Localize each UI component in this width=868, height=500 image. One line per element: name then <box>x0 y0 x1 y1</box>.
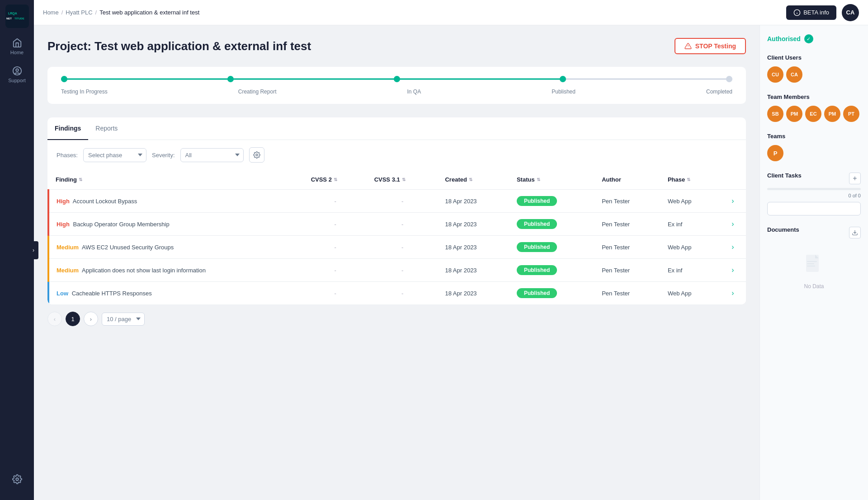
main-wrapper: Home / Hyatt PLC / Test web application … <box>34 0 868 500</box>
tab-reports[interactable]: Reports <box>88 117 125 140</box>
sidebar-toggle-btn[interactable]: › <box>28 241 38 259</box>
sidebar-item-home[interactable]: Home <box>0 33 34 61</box>
severity-tag-1: High <box>57 221 70 228</box>
team-member-avatar-1[interactable]: PM <box>786 106 802 122</box>
cell-arrow-0[interactable]: › <box>720 190 746 213</box>
th-finding[interactable]: Finding ⇅ <box>48 170 304 190</box>
th-cvss31[interactable]: CVSS 3.1 ⇅ <box>367 170 438 190</box>
table-row[interactable]: High Backup Operator Group Membership - … <box>48 213 746 236</box>
status-badge-0: Published <box>517 196 557 206</box>
finding-title-3: Application does not show last login inf… <box>82 267 206 274</box>
client-users-avatars: CU CA <box>767 66 861 83</box>
row-arrow-4[interactable]: › <box>731 289 734 297</box>
row-arrow-0[interactable]: › <box>731 197 734 205</box>
svg-point-5 <box>16 69 19 71</box>
th-phase[interactable]: Phase ⇅ <box>660 170 720 190</box>
app-logo[interactable]: LRQA NET TITUDE <box>5 5 29 28</box>
cell-cvss2-0: - <box>304 190 367 213</box>
tasks-input[interactable] <box>767 202 861 215</box>
th-author: Author <box>594 170 660 190</box>
findings-card: Findings Reports Phases: Select phase Se… <box>47 117 746 304</box>
download-documents-btn[interactable] <box>849 227 861 238</box>
beta-info-btn[interactable]: BETA info <box>786 5 836 20</box>
breadcrumb: Home / Hyatt PLC / Test web application … <box>43 9 199 16</box>
client-tasks-header: Client Tasks + <box>767 172 861 184</box>
cell-finding-0: High Account Lockout Bypass <box>48 190 304 213</box>
user-avatar-btn[interactable]: CA <box>842 4 859 21</box>
breadcrumb-client[interactable]: Hyatt PLC <box>66 9 92 16</box>
table-row[interactable]: High Account Lockout Bypass - - 18 Apr 2… <box>48 190 746 213</box>
phases-select[interactable]: Select phase <box>83 148 146 162</box>
status-badge-3: Published <box>517 265 557 275</box>
tabs-row: Findings Reports <box>47 117 746 140</box>
step-label-3: Published <box>552 89 576 95</box>
row-arrow-3[interactable]: › <box>731 266 734 274</box>
cell-status-3: Published <box>509 259 594 282</box>
row-arrow-2[interactable]: › <box>731 243 734 251</box>
sort-icon-finding: ⇅ <box>79 177 82 182</box>
th-cvss2[interactable]: CVSS 2 ⇅ <box>304 170 367 190</box>
severity-select[interactable]: All High Medium Low <box>180 148 244 162</box>
stop-testing-btn[interactable]: STOP Testing <box>675 38 746 54</box>
table-row[interactable]: Medium Application does not show last lo… <box>48 259 746 282</box>
breadcrumb-home[interactable]: Home <box>43 9 59 16</box>
breadcrumb-project: Test web application & external inf test <box>99 9 199 16</box>
row-arrow-1[interactable]: › <box>731 220 734 228</box>
client-user-avatar-1[interactable]: CA <box>786 66 802 83</box>
table-row[interactable]: Medium AWS EC2 Unused Security Groups - … <box>48 236 746 259</box>
next-page-btn[interactable]: › <box>84 312 98 326</box>
sidebar-item-support-label: Support <box>8 78 26 83</box>
page-1-btn[interactable]: 1 <box>66 312 80 326</box>
step-dot-2 <box>394 76 400 82</box>
sidebar-settings-item[interactable] <box>8 470 27 489</box>
cell-phase-3: Ex inf <box>660 259 720 282</box>
team-member-avatar-4[interactable]: PT <box>843 106 859 122</box>
cell-arrow-1[interactable]: › <box>720 213 746 236</box>
svg-text:NET: NET <box>6 17 12 20</box>
no-data-area: No Data <box>767 244 861 299</box>
progress-section: Testing In Progress Creating Report In Q… <box>47 67 746 104</box>
no-data-icon <box>802 253 826 280</box>
table-settings-btn[interactable] <box>249 147 264 163</box>
cell-phase-2: Web App <box>660 236 720 259</box>
svg-point-6 <box>16 478 19 481</box>
per-page-select[interactable]: 10 / page 20 / page 50 / page <box>102 313 145 326</box>
sort-icon-created: ⇅ <box>469 177 472 182</box>
cell-arrow-2[interactable]: › <box>720 236 746 259</box>
team-member-avatar-3[interactable]: PM <box>824 106 840 122</box>
progress-label-0: Testing In Progress <box>61 87 108 95</box>
stop-testing-label: STOP Testing <box>695 42 736 50</box>
team-member-avatar-0[interactable]: SB <box>767 106 783 122</box>
progress-step-2 <box>394 76 400 82</box>
prev-page-btn[interactable]: ‹ <box>47 312 62 326</box>
step-dot-3 <box>560 76 566 82</box>
finding-title-0: Account Lockout Bypass <box>73 198 137 205</box>
team-avatar-0[interactable]: P <box>767 145 783 161</box>
progress-label-1: Creating Report <box>238 87 277 95</box>
topbar: Home / Hyatt PLC / Test web application … <box>34 0 868 25</box>
sidebar-item-support[interactable]: Support <box>0 61 34 89</box>
user-avatar-label: CA <box>846 9 855 16</box>
client-user-avatar-0[interactable]: CU <box>767 66 783 83</box>
th-created[interactable]: Created ⇅ <box>438 170 509 190</box>
add-task-btn[interactable]: + <box>849 173 861 184</box>
progress-step-4 <box>726 76 732 82</box>
cell-created-2: 18 Apr 2023 <box>438 236 509 259</box>
cell-finding-3: Medium Application does not show last lo… <box>48 259 304 282</box>
table-row[interactable]: Low Cacheable HTTPS Responses - - 18 Apr… <box>48 282 746 305</box>
tab-findings[interactable]: Findings <box>47 117 88 140</box>
authorised-label: Authorised <box>767 35 801 42</box>
cell-phase-0: Web App <box>660 190 720 213</box>
cell-arrow-4[interactable]: › <box>720 282 746 305</box>
team-members-section: Team Members SB PM EC PM PT <box>767 93 861 122</box>
cell-status-4: Published <box>509 282 594 305</box>
no-data-label: No Data <box>804 283 824 290</box>
team-member-avatar-2[interactable]: EC <box>805 106 821 122</box>
client-tasks-title: Client Tasks <box>767 172 802 179</box>
cell-arrow-3[interactable]: › <box>720 259 746 282</box>
page-header: Project: Test web application & external… <box>47 38 746 54</box>
th-status[interactable]: Status ⇅ <box>509 170 594 190</box>
cell-author-2: Pen Tester <box>594 236 660 259</box>
cell-cvss2-3: - <box>304 259 367 282</box>
cell-phase-4: Web App <box>660 282 720 305</box>
